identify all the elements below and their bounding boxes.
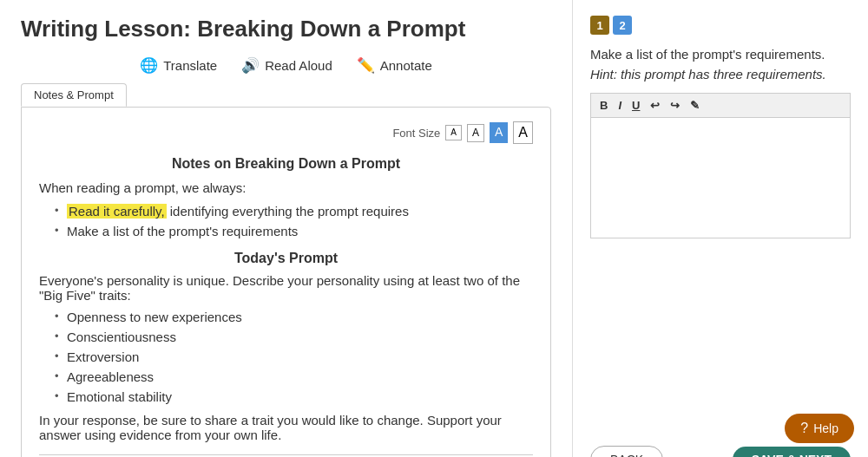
trait-2: Conscientiousness — [67, 330, 176, 344]
prompt-heading: Today's Prompt — [39, 251, 533, 266]
tab-bar: Notes & Prompt — [21, 83, 551, 107]
list-item: Openness to new experiences — [55, 310, 533, 324]
pencil-icon: ✏️ — [357, 56, 375, 75]
help-icon: ? — [800, 421, 808, 436]
translate-button[interactable]: 🌐 Translate — [140, 56, 217, 75]
right-panel: 1 2 Make a list of the prompt's requirem… — [573, 0, 868, 457]
highlight-text: Read it carefully, — [67, 204, 167, 219]
question-text: Make a list of the prompt's requirements… — [590, 45, 851, 84]
editor-toolbar: B I U ↩ ↪ ✎ — [590, 93, 851, 117]
redo-button[interactable]: ↪ — [667, 97, 683, 114]
toolbar: 🌐 Translate 🔊 Read Aloud ✏️ Annotate — [21, 56, 551, 75]
trait-5: Emotional stability — [67, 389, 172, 404]
list-item: Emotional stability — [55, 389, 533, 404]
list-item: Read it carefully, identifying everythin… — [55, 204, 533, 219]
step-indicators: 1 2 — [590, 16, 851, 35]
translate-label: Translate — [163, 58, 217, 73]
save-next-button[interactable]: SAVE & NEXT — [733, 447, 851, 457]
font-size-small[interactable]: A — [445, 125, 462, 140]
annotate-button[interactable]: ✏️ Annotate — [357, 56, 432, 75]
font-size-row: Font Size A A A A — [39, 121, 533, 144]
font-size-medium[interactable]: A — [467, 124, 484, 142]
content-area: Font Size A A A A Notes on Breaking Down… — [21, 107, 551, 457]
bullet-text-1: identifying everything the prompt requir… — [170, 204, 409, 219]
list-item: Extroversion — [55, 349, 533, 364]
step-1[interactable]: 1 — [590, 16, 609, 35]
divider — [39, 454, 533, 455]
bold-button[interactable]: B — [596, 97, 611, 114]
annotate-label: Annotate — [380, 58, 432, 73]
page-title: Writing Lesson: Breaking Down a Prompt — [21, 16, 551, 42]
question-main: Make a list of the prompt's requirements… — [590, 47, 825, 62]
globe-icon: 🌐 — [140, 56, 158, 75]
help-button[interactable]: ? Help — [785, 414, 854, 443]
answer-textarea[interactable] — [590, 117, 851, 238]
font-size-large[interactable]: A — [490, 122, 508, 143]
edit-button[interactable]: ✎ — [687, 97, 703, 114]
prompt-bullet-list: Openness to new experiences Conscientiou… — [39, 310, 533, 404]
read-aloud-label: Read Aloud — [265, 58, 332, 73]
underline-button[interactable]: U — [628, 97, 643, 114]
left-panel: Writing Lesson: Breaking Down a Prompt 🌐… — [0, 0, 573, 457]
help-label: Help — [813, 421, 838, 435]
prompt-intro: Everyone's personality is unique. Descri… — [39, 273, 533, 303]
list-item: Make a list of the prompt's requirements — [55, 224, 533, 238]
notes-heading: Notes on Breaking Down a Prompt — [39, 156, 533, 172]
font-size-label: Font Size — [392, 127, 440, 140]
back-button[interactable]: BACK — [590, 446, 663, 457]
tab-notes-prompt[interactable]: Notes & Prompt — [21, 83, 127, 107]
prompt-closing: In your response, be sure to share a tra… — [39, 413, 533, 442]
bullet-text-2: Make a list of the prompt's requirements — [67, 224, 298, 238]
list-item: Agreeableness — [55, 369, 533, 384]
speaker-icon: 🔊 — [241, 56, 260, 75]
font-size-xlarge[interactable]: A — [513, 121, 533, 144]
trait-3: Extroversion — [67, 349, 139, 364]
notes-intro: When reading a prompt, we always: — [39, 180, 533, 195]
step-2[interactable]: 2 — [613, 16, 632, 35]
notes-bullet-list: Read it carefully, identifying everythin… — [39, 204, 533, 238]
question-hint: Hint: this prompt has three requirements… — [590, 67, 826, 82]
undo-button[interactable]: ↩ — [647, 97, 663, 114]
read-aloud-button[interactable]: 🔊 Read Aloud — [241, 56, 332, 75]
trait-4: Agreeableness — [67, 369, 154, 384]
trait-1: Openness to new experiences — [67, 310, 242, 324]
list-item: Conscientiousness — [55, 330, 533, 344]
italic-button[interactable]: I — [615, 97, 625, 114]
